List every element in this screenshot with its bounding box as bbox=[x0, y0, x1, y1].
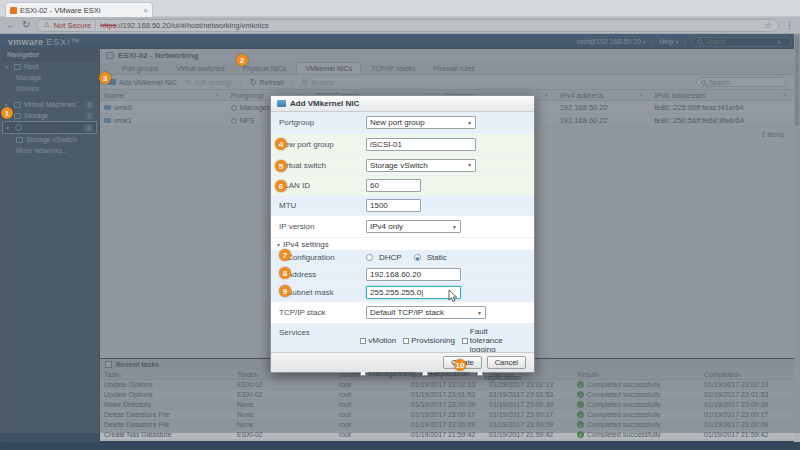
favicon-icon bbox=[10, 7, 17, 14]
ip-version-label: IP version bbox=[271, 216, 366, 237]
address-input[interactable]: 192.168.60.20 bbox=[366, 268, 461, 281]
tcpip-stack-label: TCP/IP stack bbox=[271, 302, 366, 323]
fault-tolerance-checkbox[interactable] bbox=[462, 338, 468, 344]
chevron-down-icon: ▼ bbox=[467, 162, 472, 168]
browser-tabbar: ESXi-02 - VMware ESXi × bbox=[0, 0, 800, 17]
portgroup-select[interactable]: New port group▼ bbox=[366, 116, 476, 129]
ip-version-select[interactable]: IPv4 only▼ bbox=[366, 220, 461, 233]
subnet-mask-input[interactable]: 255.255.255.0| bbox=[366, 286, 461, 299]
chevron-down-icon: ▼ bbox=[477, 310, 482, 316]
callout-10: 10 bbox=[454, 359, 466, 371]
cancel-button[interactable]: Cancel bbox=[487, 356, 526, 369]
virtual-switch-select[interactable]: Storage vSwitch▼ bbox=[366, 159, 476, 172]
dhcp-label: DHCP bbox=[379, 253, 402, 262]
dhcp-radio[interactable] bbox=[366, 254, 373, 261]
vmotion-checkbox[interactable] bbox=[360, 338, 366, 344]
vmkernel-nic-icon bbox=[277, 100, 286, 107]
new-portgroup-input[interactable]: iSCSI-01 bbox=[366, 138, 476, 151]
tab-title: ESXi-02 - VMware ESXi bbox=[20, 6, 140, 15]
mouse-cursor bbox=[448, 289, 458, 303]
tcpip-stack-select[interactable]: Default TCP/IP stack▼ bbox=[366, 306, 486, 319]
callout-6: 6 bbox=[275, 180, 287, 192]
provisioning-checkbox[interactable] bbox=[403, 338, 409, 344]
chevron-down-icon: ▾ bbox=[277, 241, 280, 248]
callout-2: 2 bbox=[236, 54, 248, 66]
callout-1: 1 bbox=[1, 107, 13, 119]
dialog-title: Add VMkernel NIC bbox=[271, 96, 534, 112]
callout-7: 7 bbox=[279, 249, 291, 261]
static-radio[interactable] bbox=[414, 254, 421, 261]
callout-5: 5 bbox=[275, 160, 287, 172]
callout-9: 9 bbox=[279, 285, 291, 297]
dialog-footer: Create Cancel bbox=[271, 352, 534, 372]
browser-tab[interactable]: ESXi-02 - VMware ESXi × bbox=[5, 2, 153, 17]
callout-8: 8 bbox=[279, 267, 291, 279]
esxi-page: vmware ESXi™ root@192.168.50.20 ▾ | Help… bbox=[0, 34, 800, 450]
callout-3: 3 bbox=[99, 72, 111, 84]
portgroup-label: Portgroup bbox=[271, 112, 366, 133]
screen: ESXi-02 - VMware ESXi × ← → ↻ ⚠ Not Secu… bbox=[0, 0, 800, 450]
browser-toolbar: ← → ↻ ⚠ Not Secure https://192.168.50.20… bbox=[0, 17, 800, 34]
vlan-id-input[interactable]: 60 bbox=[366, 179, 421, 192]
mtu-input[interactable]: 1500 bbox=[366, 199, 421, 212]
callout-4: 4 bbox=[275, 138, 287, 150]
static-label: Static bbox=[427, 253, 447, 262]
mtu-label: MTU bbox=[271, 196, 366, 215]
ipv4-settings-section[interactable]: ▾ IPv4 settings bbox=[271, 238, 534, 250]
chevron-down-icon: ▼ bbox=[467, 120, 472, 126]
add-vmkernel-nic-dialog: Add VMkernel NIC Portgroup New port grou… bbox=[270, 95, 535, 373]
tab-close-icon[interactable]: × bbox=[143, 6, 148, 15]
chevron-down-icon: ▼ bbox=[452, 224, 457, 230]
